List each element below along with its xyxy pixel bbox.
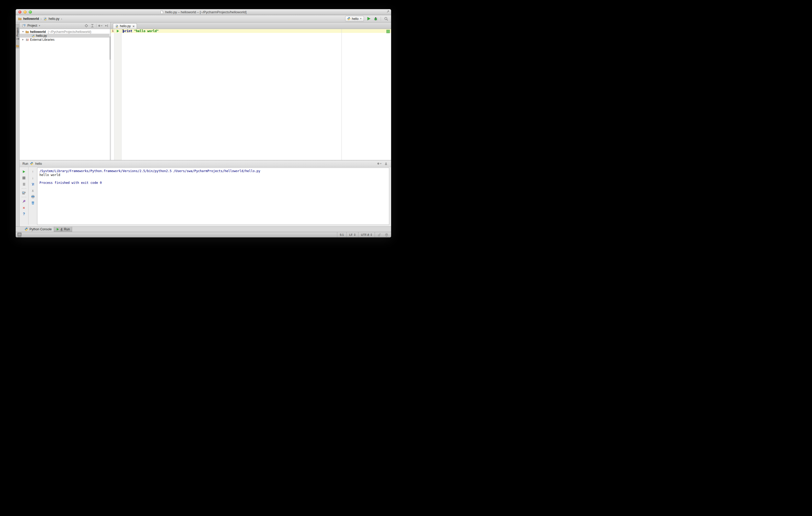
- toolwindow-toggle-icon[interactable]: [18, 233, 22, 237]
- run-tab-label: 4: Run: [61, 227, 70, 231]
- tree-root-name: helloworld: [30, 30, 46, 34]
- python-icon: [30, 162, 33, 165]
- encoding-value: UTF-8: [361, 233, 369, 236]
- window-title-group: hello.py – helloworld – [~/PycharmProjec…: [160, 10, 246, 14]
- caret-position-widget[interactable]: 5:1: [337, 232, 346, 237]
- search-button[interactable]: [384, 17, 388, 21]
- clear-console-button[interactable]: [31, 201, 35, 205]
- editor-body[interactable]: 1 print "hello world": [111, 29, 391, 160]
- pin-tab-button[interactable]: [22, 199, 26, 204]
- inspector-face-icon: [384, 233, 388, 237]
- navigation-bar: helloworld › hello.py › hello ▼: [16, 15, 391, 23]
- help-button[interactable]: ?: [22, 212, 26, 216]
- line-ending-select[interactable]: LF: [346, 232, 358, 237]
- keyword-token: print: [123, 29, 132, 33]
- hide-panel-button[interactable]: [104, 23, 109, 28]
- project-panel-header: Project ▼ ▼: [20, 23, 111, 29]
- editor-tab-hello-py[interactable]: hello.py ×: [113, 23, 137, 29]
- python-icon: [347, 17, 351, 20]
- run-settings-button[interactable]: ▼: [377, 161, 382, 166]
- project-panel-title[interactable]: Project: [27, 24, 37, 27]
- restore-layout-button[interactable]: [22, 191, 26, 195]
- window-title: hello.py – helloworld – [~/PycharmProjec…: [165, 10, 246, 14]
- run-line-marker-icon[interactable]: [114, 29, 121, 33]
- tool-button-run[interactable]: 4: Run: [54, 227, 72, 232]
- collapse-all-button[interactable]: [90, 23, 94, 28]
- soft-wrap-button[interactable]: [31, 182, 35, 186]
- chevron-down-icon[interactable]: ▼: [38, 25, 40, 27]
- chevron-right-icon: ›: [40, 17, 42, 21]
- scroll-to-end-button[interactable]: [31, 188, 35, 192]
- encoding-select[interactable]: UTF-8: [358, 232, 375, 237]
- code-area[interactable]: print "hello world": [121, 29, 391, 160]
- console-line: hello world: [39, 173, 387, 177]
- run-toolbar-column-2: ↑ ↓: [28, 167, 37, 225]
- python-file-icon: [44, 17, 47, 21]
- collapsed-arrow-icon[interactable]: ▶: [22, 38, 24, 41]
- close-window-button[interactable]: [18, 10, 22, 13]
- line-ending-value: LF: [349, 233, 353, 236]
- string-token: "hello world": [134, 29, 158, 33]
- folder-icon: [25, 30, 29, 34]
- status-bar: 5:1 LF UTF-8: [16, 232, 391, 237]
- traffic-lights: [18, 10, 32, 13]
- editor-tab-bar: hello.py ×: [111, 23, 391, 29]
- breadcrumb-project[interactable]: helloworld: [23, 17, 39, 21]
- tree-root-path: (~/PycharmProjects/helloworld): [48, 30, 91, 34]
- project-tab-icon: [16, 44, 19, 48]
- inspection-status-indicator[interactable]: [386, 30, 390, 33]
- content-area: 1: Project Project ▼: [16, 23, 391, 226]
- hide-run-panel-button[interactable]: [383, 161, 388, 166]
- project-scrollbar[interactable]: [110, 29, 111, 160]
- tree-row-external-libraries[interactable]: ▶ External Libraries: [20, 38, 111, 41]
- console-line: /System/Library/Frameworks/Python.framew…: [39, 169, 387, 173]
- locate-file-button[interactable]: [84, 23, 89, 28]
- ide-window: hello.py – helloworld – [~/PycharmProjec…: [16, 9, 391, 237]
- tool-window-stripe-left: 1: Project: [16, 23, 20, 226]
- prev-occurrence-button[interactable]: ↑: [31, 170, 35, 174]
- libraries-icon: [25, 38, 29, 41]
- tree-file-name: hello.py: [36, 34, 47, 38]
- tree-row-hello-py[interactable]: hello.py: [20, 34, 111, 38]
- close-tab-icon[interactable]: ×: [133, 25, 135, 28]
- breadcrumb-file[interactable]: hello.py: [49, 17, 59, 21]
- main-row: Project ▼ ▼: [20, 23, 391, 160]
- minimize-window-button[interactable]: [24, 10, 27, 13]
- zoom-window-button[interactable]: [29, 10, 32, 13]
- header-separator: [96, 24, 96, 27]
- panel-settings-button[interactable]: ▼: [98, 23, 103, 28]
- run-configuration-label: hello: [352, 17, 358, 21]
- line-number: 1: [111, 29, 114, 33]
- title-bar[interactable]: hello.py – helloworld – [~/PycharmProjec…: [16, 9, 391, 15]
- tree-row-project-root[interactable]: ▼ helloworld (~/PycharmProjects/hellowor…: [20, 30, 111, 34]
- rerun-button[interactable]: [22, 170, 26, 174]
- python-console-icon: [25, 227, 28, 231]
- run-toolbar: hello ▼: [345, 16, 389, 22]
- expanded-arrow-icon[interactable]: ▼: [22, 31, 24, 33]
- status-bar-widgets: 5:1 LF UTF-8: [337, 232, 391, 237]
- run-button[interactable]: [367, 17, 371, 21]
- close-panel-button[interactable]: ×: [22, 206, 26, 210]
- run-configuration-select[interactable]: hello ▼: [345, 16, 364, 22]
- inspections-profile-widget[interactable]: [383, 232, 391, 237]
- console-output[interactable]: /System/Library/Frameworks/Python.framew…: [37, 168, 389, 225]
- readonly-toggle[interactable]: [375, 232, 383, 237]
- debug-button[interactable]: [374, 17, 378, 21]
- editor-tab-label: hello.py: [120, 24, 130, 28]
- document-icon: [160, 10, 164, 14]
- run-config-name: hello: [35, 162, 42, 165]
- stop-button[interactable]: [22, 176, 26, 180]
- chevron-down-icon: ▼: [360, 18, 362, 20]
- tool-button-python-console[interactable]: Python Console: [23, 227, 54, 232]
- project-views-icon: [22, 23, 26, 28]
- next-occurrence-button[interactable]: ↓: [31, 176, 35, 180]
- unlock-icon: [378, 233, 381, 237]
- project-panel: Project ▼ ▼: [20, 23, 111, 160]
- updown-arrows-icon: [371, 234, 372, 236]
- fullscreen-grip-icon[interactable]: [386, 10, 389, 13]
- pause-output-button[interactable]: [22, 182, 26, 186]
- print-button[interactable]: [31, 194, 35, 199]
- stripe-tab-project[interactable]: 1: Project: [16, 24, 19, 48]
- console-line: Process finished with exit code 0: [39, 181, 387, 185]
- project-scrollbar-thumb[interactable]: [110, 36, 111, 60]
